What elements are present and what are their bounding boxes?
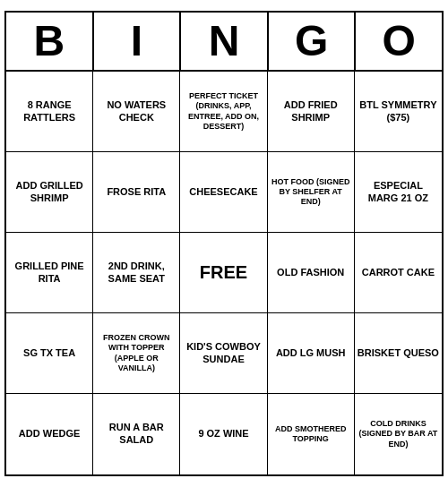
bingo-cell-9: ESPECIAL MARG 21 OZ bbox=[355, 152, 442, 233]
bingo-cell-3: ADD FRIED SHRIMP bbox=[268, 72, 355, 152]
bingo-cell-10: GRILLED PINE RITA bbox=[6, 233, 93, 313]
bingo-cell-14: CARROT CAKE bbox=[355, 233, 442, 313]
bingo-cell-1: NO WATERS CHECK bbox=[93, 72, 180, 152]
header-letter-o: O bbox=[356, 13, 442, 70]
bingo-cell-7: CHEESECAKE bbox=[180, 152, 267, 233]
bingo-cell-15: SG TX TEA bbox=[6, 313, 93, 394]
bingo-cell-17: KID'S COWBOY SUNDAE bbox=[180, 313, 267, 394]
bingo-cell-2: PERFECT TICKET (DRINKS, APP, ENTREE, ADD… bbox=[180, 72, 267, 152]
bingo-cell-23: ADD SMOTHERED TOPPING bbox=[268, 394, 355, 474]
bingo-cell-8: HOT FOOD (SIGNED BY SHELFER AT END) bbox=[268, 152, 355, 233]
bingo-cell-11: 2ND DRINK, SAME SEAT bbox=[93, 233, 180, 313]
header-letter-n: N bbox=[181, 13, 269, 70]
bingo-header: BINGO bbox=[6, 13, 442, 72]
bingo-cell-21: RUN A BAR SALAD bbox=[93, 394, 180, 474]
bingo-cell-24: COLD DRINKS (SIGNED BY BAR AT END) bbox=[355, 394, 442, 474]
bingo-cell-22: 9 OZ WINE bbox=[180, 394, 267, 474]
bingo-cell-18: ADD LG MUSH bbox=[268, 313, 355, 394]
header-letter-g: G bbox=[269, 13, 357, 70]
bingo-cell-20: ADD WEDGE bbox=[6, 394, 93, 474]
bingo-cell-12: FREE bbox=[180, 233, 267, 313]
bingo-cell-13: OLD FASHION bbox=[268, 233, 355, 313]
header-letter-b: B bbox=[6, 13, 94, 70]
bingo-card: BINGO 8 RANGE RATTLERSNO WATERS CHECKPER… bbox=[4, 11, 444, 476]
bingo-cell-0: 8 RANGE RATTLERS bbox=[6, 72, 93, 152]
header-letter-i: I bbox=[94, 13, 182, 70]
bingo-cell-4: BTL SYMMETRY ($75) bbox=[355, 72, 442, 152]
bingo-cell-6: FROSE RITA bbox=[93, 152, 180, 233]
bingo-cell-16: FROZEN CROWN WITH TOPPER (APPLE OR VANIL… bbox=[93, 313, 180, 394]
bingo-cell-5: ADD GRILLED SHRIMP bbox=[6, 152, 93, 233]
bingo-cell-19: BRISKET QUESO bbox=[355, 313, 442, 394]
bingo-grid: 8 RANGE RATTLERSNO WATERS CHECKPERFECT T… bbox=[6, 72, 442, 474]
